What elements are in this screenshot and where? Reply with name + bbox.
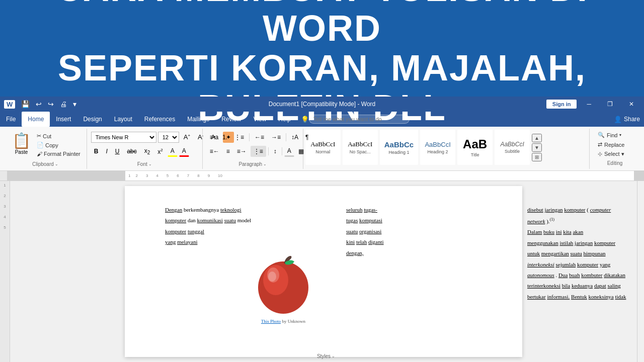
sort-button[interactable]: ↕A (288, 132, 301, 143)
decrease-indent-button[interactable]: ←≡ (252, 132, 267, 143)
find-button[interactable]: 🔍 Find ▾ (594, 131, 636, 139)
editing-label: Editing (594, 160, 636, 167)
bullets-button[interactable]: ≡• (207, 132, 218, 143)
share-label[interactable]: Share (624, 116, 640, 123)
para-col1-9: dengan, (331, 249, 497, 257)
para-col2-9: bertukar informasi. Bentuk koneksinya ti… (512, 293, 637, 301)
lightbulb-icon: 💡 (301, 116, 309, 123)
ruler-content: 1 2 3 4 5 6 7 8 9 10 (125, 171, 634, 181)
style-subtitle[interactable]: AaBbCcI Subtitle (495, 130, 530, 165)
document-page: Dengan berkembangnya teknologi komputer … (125, 186, 522, 357)
expand-styles-button[interactable]: ⊞ (532, 153, 542, 161)
copy-button[interactable]: 📄 Copy (35, 141, 83, 149)
style-h1-preview: AaBbCc (384, 140, 414, 149)
justify-button[interactable]: ⋮≡ (251, 146, 266, 157)
line-spacing-button[interactable]: ↕ (271, 146, 280, 157)
replace-icon: ⇄ (598, 141, 602, 148)
increase-indent-button[interactable]: →≡ (268, 132, 284, 143)
italic-button[interactable]: I (103, 146, 110, 157)
vertical-scrollbar[interactable] (637, 181, 644, 362)
style-title[interactable]: AaB Title (457, 130, 493, 165)
clipboard-expand-icon[interactable]: ⌄ (55, 162, 58, 166)
text-highlight-button[interactable]: A (168, 146, 178, 157)
style-heading1[interactable]: AaBbCc Heading 1 (380, 130, 418, 165)
apple-image (251, 251, 316, 317)
menu-file[interactable]: File (0, 112, 22, 127)
save-icon[interactable]: 💾 (19, 99, 32, 109)
dropdown-icon[interactable]: ▾ (71, 99, 78, 109)
style-no-spacing[interactable]: AaBbCcI No Spac... (343, 130, 378, 165)
para-col2-6: interkoneksi sejumlah komputer yang (512, 261, 637, 268)
para-row1: ≡• 1. ⋮≡ ←≡ →≡ ↕A ¶ (207, 132, 312, 143)
paste-icon: 📋 (12, 132, 31, 149)
paragraph-expand-icon[interactable]: ⌄ (263, 162, 267, 166)
superscript-button[interactable]: x2 (154, 146, 166, 157)
para-col1-5: seluruh tugas- (331, 206, 497, 214)
styles-gallery: AaBbCcI Normal AaBbCcI No Spac... AaBbCc… (305, 130, 587, 165)
paintbrush-icon: 🖌 (37, 151, 42, 157)
borders-button[interactable]: ▦ (295, 146, 307, 157)
banner-line1: CARA MEMBUAT TULISAN DI WORD (10, 0, 634, 48)
format-painter-button[interactable]: 🖌 Format Painter (35, 150, 83, 158)
search-input[interactable] (309, 115, 410, 124)
minimize-button[interactable]: ─ (581, 97, 597, 112)
ruler-left-margin (7, 171, 125, 181)
style-heading2[interactable]: AaBbCcI Heading 2 (420, 130, 455, 165)
undo-icon[interactable]: ↩ (34, 99, 44, 109)
title-banner: CARA MEMBUAT TULISAN DI WORD SEPERTI KOR… (0, 0, 644, 97)
increase-font-button[interactable]: A+ (181, 132, 193, 143)
menu-review[interactable]: Review (215, 112, 247, 127)
font-color-button[interactable]: A (179, 146, 189, 157)
ruler-right-margin (634, 171, 644, 181)
print-icon[interactable]: 🖨 (58, 99, 69, 109)
photo-link[interactable]: This Photo (261, 319, 281, 324)
sign-in-button[interactable]: Sign in (546, 100, 577, 109)
menu-view[interactable]: View (248, 112, 273, 127)
menu-home[interactable]: Home (22, 112, 50, 127)
align-right-button[interactable]: ≡→ (234, 146, 250, 157)
scroll-up-button[interactable]: ▲ (532, 134, 542, 142)
subscript-button[interactable]: x2 (141, 146, 153, 157)
menu-design[interactable]: Design (77, 112, 108, 127)
cut-button[interactable]: ✂ Cut (35, 132, 83, 140)
select-button[interactable]: ⊹ Select ▾ (594, 150, 636, 158)
para-col2-8: terinterkoneksi bila keduanya dapat sali… (512, 282, 637, 290)
paragraph-group: ≡• 1. ⋮≡ ←≡ →≡ ↕A ¶ ≡← ≡ ≡→ ⋮≡ ↕ A ▦ (203, 129, 303, 169)
bold-button[interactable]: B (91, 146, 102, 157)
font-label: Font ⌄ (91, 161, 198, 168)
style-h2-preview: AaBbCcI (425, 141, 450, 148)
align-center-button[interactable]: ≡ (223, 146, 233, 157)
shading-button[interactable]: A (284, 146, 294, 157)
menu-references[interactable]: References (138, 112, 181, 127)
multilevel-button[interactable]: ⋮≡ (231, 132, 247, 143)
paste-button[interactable]: 📋 Paste (8, 130, 35, 157)
word-icon: W (4, 100, 15, 109)
close-button[interactable]: ✕ (623, 97, 640, 112)
editing-group: 🔍 Find ▾ ⇄ Replace ⊹ Select ▾ Editing (590, 129, 640, 169)
font-size-select[interactable]: 12 (158, 132, 179, 143)
font-expand-icon[interactable]: ⌄ (148, 162, 152, 166)
restore-button[interactable]: ❐ (601, 97, 619, 112)
style-nospace-preview: AaBbCcI (348, 140, 372, 148)
scroll-down-button[interactable]: ▼ (532, 143, 542, 152)
menu-insert[interactable]: Insert (50, 112, 77, 127)
numbering-button[interactable]: 1. (219, 132, 230, 143)
underline-button[interactable]: U (112, 146, 123, 157)
clipboard-sub: ✂ Cut 📄 Copy 🖌 Format Painter (35, 130, 83, 158)
title-bar: W 💾 ↩ ↪ 🖨 ▾ Document1 [Compatibility Mod… (0, 97, 644, 112)
replace-button[interactable]: ⇄ Replace (594, 140, 636, 149)
redo-icon[interactable]: ↪ (46, 99, 56, 109)
styles-scroll: ▲ ▼ ⊞ (532, 134, 542, 161)
para-col2-5: untuk mengartikan suatu himpunan (512, 250, 637, 257)
para-col1-1: Dengan berkembangnya teknologi (150, 206, 316, 214)
show-hide-button[interactable]: ¶ (302, 132, 311, 143)
menu-mailings[interactable]: Mailings (181, 112, 215, 127)
menu-layout[interactable]: Layout (108, 112, 138, 127)
copy-icon: 📄 (37, 142, 44, 148)
align-left-button[interactable]: ≡← (207, 146, 222, 157)
font-name-select[interactable]: Times New R (91, 132, 156, 143)
para-col1-7: suatu organisasi (331, 228, 497, 235)
strikethrough-button[interactable]: abc (124, 146, 139, 157)
search-icon: 🔍 (598, 132, 605, 138)
menu-help[interactable]: Help (272, 112, 297, 127)
